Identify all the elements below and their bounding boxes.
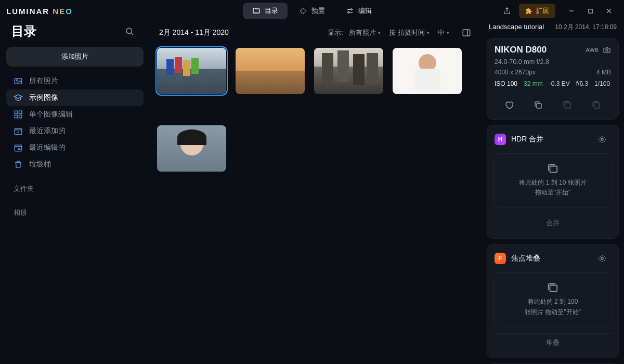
shutter-speed: 1/100 (594, 80, 610, 87)
svg-rect-16 (565, 103, 571, 109)
hdr-badge-icon: H (495, 134, 506, 145)
gear-icon[interactable] (593, 251, 611, 266)
svg-rect-12 (463, 30, 470, 36)
albums-section: 相册 (6, 197, 144, 220)
graduation-icon (14, 93, 23, 102)
chevron-down-icon: ▾ (447, 30, 449, 35)
white-balance: AWB (586, 47, 599, 53)
nav-recent-edit[interactable]: 最近编辑的 (6, 139, 144, 156)
svg-point-14 (606, 49, 608, 51)
info-panel: Landscape tutorial 10 2月 2014, 17:18:09 … (484, 22, 624, 364)
hdr-merge-button[interactable]: 合并 (493, 214, 612, 232)
aperture: f/6.3 (576, 80, 588, 87)
search-icon[interactable] (121, 23, 138, 39)
show-filter[interactable]: 显示: 所有照片 ▾ (328, 28, 381, 37)
svg-rect-7 (19, 111, 22, 113)
focus-stack-button[interactable]: 堆叠 (493, 333, 612, 352)
size-filter[interactable]: 中 ▾ (438, 28, 449, 37)
tab-catalog[interactable]: 目录 (243, 3, 288, 19)
photo-thumb[interactable] (236, 48, 305, 94)
filename: Landscape tutorial (489, 23, 544, 31)
focus-stack-panel: F焦点堆叠 将此处的 2 到 100 张照片 拖动至"开始" 堆叠 (487, 244, 619, 358)
nav-label: 单个图像编辑 (29, 110, 73, 119)
svg-point-3 (126, 28, 132, 34)
nav-label: 所有照片 (29, 76, 58, 86)
hdr-merge-panel: HHDR 合并 将此处的 1 到 10 张照片 拖动至"开始" 合并 (487, 125, 619, 239)
sparkle-icon (299, 7, 307, 15)
info-toggle-icon[interactable] (458, 25, 475, 41)
hdr-drop-zone[interactable]: 将此处的 1 到 10 张照片 拖动至"开始" (493, 153, 612, 207)
sidebar: 目录 添加照片 所有照片 示例图像 单个图像编辑 最近添加的 最近编辑的 垃圾桶 (0, 22, 150, 364)
stack-icon[interactable] (558, 97, 576, 113)
nav-sample-images[interactable]: 示例图像 (6, 89, 144, 106)
capture-date: 10 2月 2014, 17:18:09 (555, 23, 617, 32)
trash-icon (14, 160, 23, 169)
nav-single-edit[interactable]: 单个图像编辑 (6, 106, 144, 123)
focal-length: 32 mm (524, 80, 543, 87)
stack-icon[interactable] (588, 97, 605, 113)
copy-icon[interactable] (529, 97, 547, 113)
extensions-label: 扩展 (536, 6, 549, 16)
heart-icon[interactable] (500, 97, 518, 113)
photo-thumb[interactable] (157, 125, 226, 172)
calendar-edit-icon (14, 143, 23, 152)
svg-rect-8 (15, 115, 17, 118)
tab-presets[interactable]: 预置 (290, 3, 334, 19)
extensions-button[interactable]: 扩展 (519, 4, 555, 18)
iso-value: ISO 100 (495, 80, 517, 87)
nav-label: 最近添加的 (29, 126, 66, 136)
date-range[interactable]: 2月 2014 - 11月 2020 (159, 28, 229, 37)
nav-label: 最近编辑的 (29, 143, 66, 152)
calendar-plus-icon (14, 126, 23, 136)
nav-all-photos[interactable]: 所有照片 (6, 73, 144, 89)
nav-label: 示例图像 (29, 93, 58, 102)
nav-recent-added[interactable]: 最近添加的 (6, 123, 144, 139)
photo-thumb[interactable] (157, 48, 226, 94)
gear-icon[interactable] (593, 132, 611, 147)
tab-catalog-label: 目录 (265, 6, 278, 16)
svg-rect-15 (537, 103, 541, 108)
svg-rect-21 (550, 285, 557, 292)
tab-edit[interactable]: 编辑 (336, 3, 381, 19)
chevron-down-icon: ▾ (378, 30, 381, 35)
photo-icon (14, 76, 23, 86)
svg-rect-17 (594, 103, 600, 109)
focus-drop-zone[interactable]: 将此处的 2 到 100 张照片 拖动至"开始" (493, 272, 612, 327)
maximize-icon[interactable] (581, 3, 599, 19)
folder-icon (252, 7, 261, 15)
svg-point-1 (348, 11, 349, 13)
folders-section: 文件夹 (6, 173, 144, 197)
panel-title-label: 焦点堆叠 (511, 254, 540, 263)
grid-icon (14, 110, 23, 119)
content-area: 2月 2014 - 11月 2020 显示: 所有照片 ▾ 按 拍摄时间 ▾ 中… (150, 22, 484, 364)
photo-thumb[interactable] (314, 48, 383, 94)
focus-badge-icon: F (495, 253, 506, 264)
nav-label: 垃圾桶 (29, 160, 51, 169)
tab-presets-label: 预置 (311, 6, 325, 16)
photo-thumb[interactable] (393, 48, 462, 94)
camera-model: NIKON D800 (495, 45, 547, 55)
file-size: 4 MB (596, 69, 611, 76)
svg-point-0 (350, 9, 352, 10)
dimensions: 4000 x 2670px (495, 69, 536, 76)
nav-trash[interactable]: 垃圾桶 (6, 156, 144, 173)
panel-title-label: HDR 合并 (511, 135, 543, 144)
svg-point-20 (601, 257, 603, 259)
lens-info: 24.0-70.0 mm f/2.8 (495, 58, 611, 66)
svg-rect-2 (588, 9, 592, 12)
minimize-icon[interactable] (563, 3, 580, 19)
sort-filter[interactable]: 按 拍摄时间 ▾ (389, 28, 430, 37)
tab-edit-label: 编辑 (358, 6, 372, 16)
images-icon (498, 282, 607, 294)
sidebar-title: 目录 (11, 23, 36, 40)
app-logo: LUMINAR NEO (6, 7, 73, 16)
svg-rect-9 (19, 115, 22, 118)
mode-tabs: 目录 预置 编辑 (243, 3, 381, 19)
svg-rect-19 (550, 166, 557, 173)
add-photos-button[interactable]: 添加照片 (6, 47, 144, 67)
photo-grid (157, 48, 477, 94)
svg-rect-13 (604, 48, 610, 53)
camera-icon (603, 46, 611, 54)
close-icon[interactable] (600, 3, 618, 19)
share-icon[interactable] (498, 3, 516, 19)
